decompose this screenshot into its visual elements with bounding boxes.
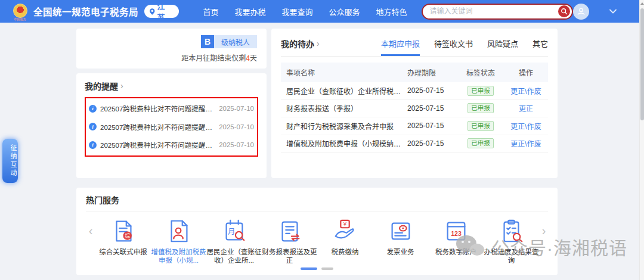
action-link[interactable]: 更正\作废: [510, 140, 541, 148]
search-button[interactable]: [558, 5, 570, 17]
chevron-right-icon: ›: [317, 39, 320, 48]
hot-services-title: 热门服务: [86, 194, 548, 211]
todo-item-deadline: 2025-07-15: [407, 139, 457, 148]
reminder-item[interactable]: i 202507跨税费种比对不符问题提醒20... 2025-07-10: [89, 136, 254, 154]
tax-payment-icon: ¥: [332, 217, 359, 245]
service-label: 税费缴纳: [332, 248, 359, 256]
page-scrollbar[interactable]: [639, 0, 644, 280]
hot-services-card: 热门服务 ‹ 综 综合关联式申报: [76, 188, 558, 275]
column-header-action: 操作: [504, 67, 548, 77]
chevron-right-icon: ›: [120, 81, 123, 91]
main-nav: 首页 我要办税 我要查询 公众服务 地方特色: [203, 6, 407, 17]
taxpayer-grade-label: 级纳税人: [214, 35, 257, 48]
header-user-area: [573, 4, 617, 20]
location-pin-icon: [149, 8, 156, 15]
carousel-next-icon[interactable]: ›: [539, 217, 549, 244]
service-progress-query[interactable]: 办税进度及结果查询: [484, 217, 539, 265]
service-label: 办税进度及结果查询: [484, 248, 539, 265]
action-link[interactable]: 更正: [519, 105, 533, 113]
todo-item-name: 财产和行为税税源采集及合并申报: [281, 121, 407, 131]
action-link[interactable]: 更正\作废: [510, 123, 541, 131]
service-label: 财务报表报送及更正: [262, 248, 317, 265]
service-resident-enterprise[interactable]: 月 居民企业（查账征收）企业所...: [206, 217, 262, 265]
nav-item-query[interactable]: 我要查询: [282, 6, 313, 17]
page-indicator-active[interactable]: [301, 267, 317, 270]
column-header-status: 标签状态: [457, 67, 504, 77]
todo-item-deadline: 2025-07-15: [407, 86, 457, 95]
todo-title[interactable]: 我的待办 ›: [281, 38, 320, 49]
my-reminders-card: 我的提醒 › i 202507跨税费种比对不符问题提醒20... 2025-07…: [76, 73, 267, 178]
logo-caption: 中国税务: [12, 18, 28, 21]
service-label: 居民企业（查账征收）企业所...: [207, 248, 262, 265]
interaction-float-button[interactable]: 征纳互动: [2, 139, 18, 183]
service-comprehensive-declare[interactable]: 综 综合关联式申报: [95, 217, 151, 265]
reminders-title[interactable]: 我的提醒 ›: [85, 80, 258, 92]
status-badge: 已申报: [467, 86, 494, 96]
my-todo-card: 我的待办 › 本期应申报 待签收文书 风险疑点 其它 事项名称 办理期限 标签状…: [271, 29, 558, 178]
info-icon: i: [89, 123, 97, 130]
service-vat-declare[interactable]: 增值税及附加税费申报（小规...: [151, 217, 206, 265]
todo-item-name: 增值税及附加税费申报（小规模纳税人）: [281, 138, 407, 148]
todo-item-name: 财务报表报送（季报）: [281, 103, 407, 113]
todo-item-deadline: 2025-07-15: [407, 104, 457, 113]
svg-text:月: 月: [227, 228, 234, 236]
svg-text:综: 综: [125, 232, 130, 239]
chevron-down-icon[interactable]: [609, 9, 617, 14]
taxpayer-grade-card: B 级纳税人 距本月征期结束仅剩4天: [76, 29, 267, 69]
tab-current-declare[interactable]: 本期应申报: [381, 38, 420, 56]
reminder-text: 202507跨税费种比对不符问题提醒20...: [100, 140, 215, 150]
reminder-text: 202507跨税费种比对不符问题提醒20...: [100, 104, 215, 113]
reminder-item[interactable]: i 202507跨税费种比对不符问题提醒20... 2025-07-10: [89, 118, 254, 136]
tab-other[interactable]: 其它: [532, 38, 548, 56]
scrollbar-thumb[interactable]: [640, 8, 644, 120]
service-label: 发票业务: [387, 248, 414, 256]
action-link[interactable]: 更正\作废: [510, 88, 541, 96]
search-icon: [561, 8, 568, 15]
table-row: 财产和行为税税源采集及合并申报 2025-07-15 已申报 更正\作废: [281, 117, 548, 135]
service-digital-account[interactable]: 123 税务数字账户: [428, 217, 484, 265]
region-label: 江苏: [157, 0, 172, 23]
reminder-highlight-box: i 202507跨税费种比对不符问题提醒20... 2025-07-10 i 2…: [85, 97, 258, 157]
service-label: 增值税及附加税费申报（小规...: [151, 248, 206, 265]
table-header-row: 事项名称 办理期限 标签状态 操作: [281, 63, 548, 82]
service-tax-payment[interactable]: ¥ 税费缴纳: [317, 217, 373, 265]
reminder-date: 2025-07-10: [219, 141, 254, 148]
person-icon: [576, 7, 586, 17]
search-input[interactable]: [430, 7, 558, 15]
financial-report-icon: [276, 217, 304, 245]
status-badge: 已申报: [467, 138, 494, 148]
comprehensive-declare-icon: 综: [110, 217, 137, 245]
search-box: [422, 4, 573, 20]
service-label: 综合关联式申报: [99, 248, 147, 256]
page-indicator[interactable]: [321, 267, 333, 270]
tab-risk-points[interactable]: 风险疑点: [487, 38, 518, 56]
carousel-pagination: [86, 267, 548, 270]
nav-item-tax-handling[interactable]: 我要办税: [234, 6, 265, 17]
todo-item-name: 居民企业（查账征收）企业所得税月（...: [281, 86, 407, 96]
digital-account-icon: 123: [442, 217, 470, 245]
nav-item-home[interactable]: 首页: [203, 6, 218, 17]
service-label: 税务数字账户: [435, 248, 476, 256]
nav-item-public-service[interactable]: 公众服务: [329, 6, 360, 17]
deadline-days-remaining: 4: [246, 54, 250, 63]
scroll-up-arrow-icon[interactable]: [640, 2, 644, 5]
user-avatar[interactable]: [573, 4, 589, 20]
info-icon: i: [89, 105, 97, 113]
top-header: 中国税务 全国统一规范电子税务局 江苏 首页 我要办税 我要查询 公众服务 地方…: [0, 0, 644, 23]
reminder-item[interactable]: i 202507跨税费种比对不符问题提醒20... 2025-07-10: [89, 99, 254, 118]
todo-table: 事项名称 办理期限 标签状态 操作 居民企业（查账征收）企业所得税月（... 2…: [281, 63, 548, 153]
carousel-prev-icon[interactable]: ‹: [86, 217, 95, 244]
status-badge: 已申报: [467, 121, 494, 131]
todo-item-deadline: 2025-07-15: [407, 122, 457, 130]
region-selector[interactable]: 江苏: [144, 5, 179, 18]
todo-tabs: 本期应申报 待签收文书 风险疑点 其它: [381, 38, 548, 56]
service-financial-report[interactable]: 财务报表报送及更正: [262, 217, 317, 265]
invoice-business-icon: [387, 217, 414, 245]
service-invoice-business[interactable]: 发票业务: [373, 217, 428, 265]
info-icon: i: [89, 141, 97, 149]
svg-text:123: 123: [451, 230, 462, 237]
table-row: 财务报表报送（季报） 2025-07-15 已申报 更正: [281, 100, 548, 118]
vat-declare-icon: [165, 217, 193, 245]
tab-documents-to-sign[interactable]: 待签收文书: [434, 38, 473, 56]
nav-item-local-features[interactable]: 地方特色: [376, 6, 407, 17]
